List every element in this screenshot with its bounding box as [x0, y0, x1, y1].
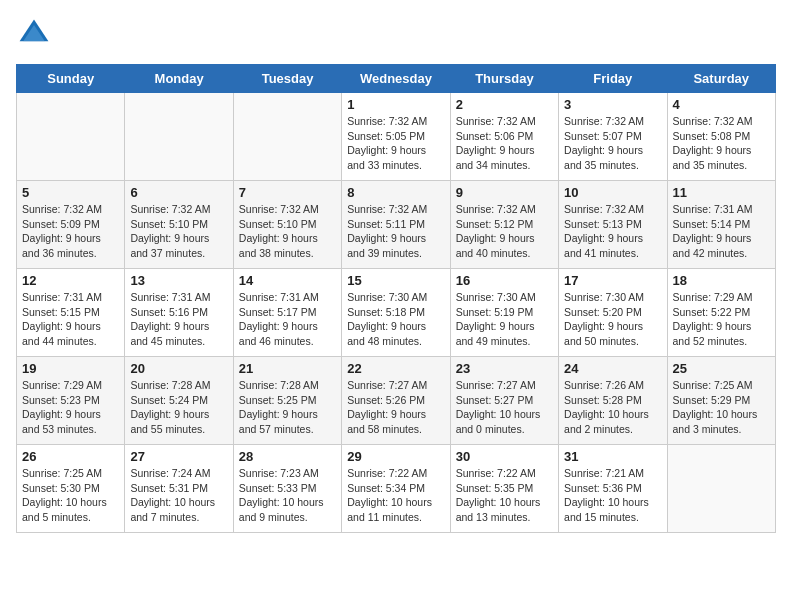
- weekday-header: Wednesday: [342, 65, 450, 93]
- calendar-cell: 25Sunrise: 7:25 AM Sunset: 5:29 PM Dayli…: [667, 357, 775, 445]
- day-number: 29: [347, 449, 444, 464]
- calendar-cell: 24Sunrise: 7:26 AM Sunset: 5:28 PM Dayli…: [559, 357, 667, 445]
- calendar-cell: 2Sunrise: 7:32 AM Sunset: 5:06 PM Daylig…: [450, 93, 558, 181]
- calendar-cell: [125, 93, 233, 181]
- logo: [16, 16, 56, 52]
- day-number: 5: [22, 185, 119, 200]
- day-info: Sunrise: 7:32 AM Sunset: 5:11 PM Dayligh…: [347, 202, 444, 261]
- day-info: Sunrise: 7:32 AM Sunset: 5:10 PM Dayligh…: [130, 202, 227, 261]
- day-info: Sunrise: 7:32 AM Sunset: 5:06 PM Dayligh…: [456, 114, 553, 173]
- day-number: 16: [456, 273, 553, 288]
- calendar-cell: 28Sunrise: 7:23 AM Sunset: 5:33 PM Dayli…: [233, 445, 341, 533]
- calendar-cell: 9Sunrise: 7:32 AM Sunset: 5:12 PM Daylig…: [450, 181, 558, 269]
- calendar-cell: 13Sunrise: 7:31 AM Sunset: 5:16 PM Dayli…: [125, 269, 233, 357]
- day-number: 23: [456, 361, 553, 376]
- day-info: Sunrise: 7:32 AM Sunset: 5:07 PM Dayligh…: [564, 114, 661, 173]
- day-number: 10: [564, 185, 661, 200]
- day-number: 15: [347, 273, 444, 288]
- calendar-cell: 27Sunrise: 7:24 AM Sunset: 5:31 PM Dayli…: [125, 445, 233, 533]
- calendar-cell: 16Sunrise: 7:30 AM Sunset: 5:19 PM Dayli…: [450, 269, 558, 357]
- calendar-cell: 21Sunrise: 7:28 AM Sunset: 5:25 PM Dayli…: [233, 357, 341, 445]
- calendar-cell: [233, 93, 341, 181]
- day-info: Sunrise: 7:28 AM Sunset: 5:25 PM Dayligh…: [239, 378, 336, 437]
- calendar-cell: [17, 93, 125, 181]
- calendar-cell: 23Sunrise: 7:27 AM Sunset: 5:27 PM Dayli…: [450, 357, 558, 445]
- day-number: 6: [130, 185, 227, 200]
- day-info: Sunrise: 7:27 AM Sunset: 5:27 PM Dayligh…: [456, 378, 553, 437]
- day-number: 21: [239, 361, 336, 376]
- day-info: Sunrise: 7:32 AM Sunset: 5:10 PM Dayligh…: [239, 202, 336, 261]
- day-info: Sunrise: 7:24 AM Sunset: 5:31 PM Dayligh…: [130, 466, 227, 525]
- day-number: 18: [673, 273, 770, 288]
- day-info: Sunrise: 7:31 AM Sunset: 5:17 PM Dayligh…: [239, 290, 336, 349]
- day-info: Sunrise: 7:29 AM Sunset: 5:23 PM Dayligh…: [22, 378, 119, 437]
- weekday-header: Sunday: [17, 65, 125, 93]
- day-info: Sunrise: 7:31 AM Sunset: 5:15 PM Dayligh…: [22, 290, 119, 349]
- day-number: 11: [673, 185, 770, 200]
- calendar-cell: 11Sunrise: 7:31 AM Sunset: 5:14 PM Dayli…: [667, 181, 775, 269]
- day-number: 30: [456, 449, 553, 464]
- day-info: Sunrise: 7:30 AM Sunset: 5:18 PM Dayligh…: [347, 290, 444, 349]
- day-number: 25: [673, 361, 770, 376]
- day-number: 8: [347, 185, 444, 200]
- page-header: [16, 16, 776, 52]
- calendar-cell: 5Sunrise: 7:32 AM Sunset: 5:09 PM Daylig…: [17, 181, 125, 269]
- logo-icon: [16, 16, 52, 52]
- day-number: 27: [130, 449, 227, 464]
- day-info: Sunrise: 7:32 AM Sunset: 5:12 PM Dayligh…: [456, 202, 553, 261]
- calendar-cell: 6Sunrise: 7:32 AM Sunset: 5:10 PM Daylig…: [125, 181, 233, 269]
- day-number: 12: [22, 273, 119, 288]
- day-number: 1: [347, 97, 444, 112]
- day-info: Sunrise: 7:22 AM Sunset: 5:35 PM Dayligh…: [456, 466, 553, 525]
- calendar-cell: 8Sunrise: 7:32 AM Sunset: 5:11 PM Daylig…: [342, 181, 450, 269]
- calendar-cell: 12Sunrise: 7:31 AM Sunset: 5:15 PM Dayli…: [17, 269, 125, 357]
- weekday-header: Tuesday: [233, 65, 341, 93]
- day-number: 17: [564, 273, 661, 288]
- day-info: Sunrise: 7:27 AM Sunset: 5:26 PM Dayligh…: [347, 378, 444, 437]
- day-number: 20: [130, 361, 227, 376]
- day-number: 26: [22, 449, 119, 464]
- calendar-cell: 22Sunrise: 7:27 AM Sunset: 5:26 PM Dayli…: [342, 357, 450, 445]
- calendar-cell: 3Sunrise: 7:32 AM Sunset: 5:07 PM Daylig…: [559, 93, 667, 181]
- calendar-cell: 29Sunrise: 7:22 AM Sunset: 5:34 PM Dayli…: [342, 445, 450, 533]
- day-info: Sunrise: 7:30 AM Sunset: 5:19 PM Dayligh…: [456, 290, 553, 349]
- day-number: 13: [130, 273, 227, 288]
- day-info: Sunrise: 7:32 AM Sunset: 5:05 PM Dayligh…: [347, 114, 444, 173]
- day-info: Sunrise: 7:30 AM Sunset: 5:20 PM Dayligh…: [564, 290, 661, 349]
- day-info: Sunrise: 7:26 AM Sunset: 5:28 PM Dayligh…: [564, 378, 661, 437]
- calendar-cell: 17Sunrise: 7:30 AM Sunset: 5:20 PM Dayli…: [559, 269, 667, 357]
- day-info: Sunrise: 7:32 AM Sunset: 5:09 PM Dayligh…: [22, 202, 119, 261]
- day-number: 3: [564, 97, 661, 112]
- day-number: 7: [239, 185, 336, 200]
- calendar-cell: 31Sunrise: 7:21 AM Sunset: 5:36 PM Dayli…: [559, 445, 667, 533]
- calendar-cell: 1Sunrise: 7:32 AM Sunset: 5:05 PM Daylig…: [342, 93, 450, 181]
- day-number: 2: [456, 97, 553, 112]
- calendar-cell: 15Sunrise: 7:30 AM Sunset: 5:18 PM Dayli…: [342, 269, 450, 357]
- calendar-cell: 30Sunrise: 7:22 AM Sunset: 5:35 PM Dayli…: [450, 445, 558, 533]
- calendar-table: SundayMondayTuesdayWednesdayThursdayFrid…: [16, 64, 776, 533]
- day-number: 31: [564, 449, 661, 464]
- calendar-cell: 7Sunrise: 7:32 AM Sunset: 5:10 PM Daylig…: [233, 181, 341, 269]
- weekday-header: Friday: [559, 65, 667, 93]
- day-info: Sunrise: 7:28 AM Sunset: 5:24 PM Dayligh…: [130, 378, 227, 437]
- day-info: Sunrise: 7:21 AM Sunset: 5:36 PM Dayligh…: [564, 466, 661, 525]
- day-info: Sunrise: 7:25 AM Sunset: 5:29 PM Dayligh…: [673, 378, 770, 437]
- calendar-cell: 4Sunrise: 7:32 AM Sunset: 5:08 PM Daylig…: [667, 93, 775, 181]
- day-number: 4: [673, 97, 770, 112]
- day-info: Sunrise: 7:25 AM Sunset: 5:30 PM Dayligh…: [22, 466, 119, 525]
- day-info: Sunrise: 7:31 AM Sunset: 5:14 PM Dayligh…: [673, 202, 770, 261]
- calendar-cell: 14Sunrise: 7:31 AM Sunset: 5:17 PM Dayli…: [233, 269, 341, 357]
- weekday-header: Thursday: [450, 65, 558, 93]
- calendar-header: SundayMondayTuesdayWednesdayThursdayFrid…: [17, 65, 776, 93]
- day-number: 9: [456, 185, 553, 200]
- weekday-header: Monday: [125, 65, 233, 93]
- day-number: 14: [239, 273, 336, 288]
- calendar-cell: [667, 445, 775, 533]
- day-info: Sunrise: 7:31 AM Sunset: 5:16 PM Dayligh…: [130, 290, 227, 349]
- day-info: Sunrise: 7:23 AM Sunset: 5:33 PM Dayligh…: [239, 466, 336, 525]
- day-info: Sunrise: 7:22 AM Sunset: 5:34 PM Dayligh…: [347, 466, 444, 525]
- calendar-cell: 20Sunrise: 7:28 AM Sunset: 5:24 PM Dayli…: [125, 357, 233, 445]
- day-number: 28: [239, 449, 336, 464]
- calendar-cell: 26Sunrise: 7:25 AM Sunset: 5:30 PM Dayli…: [17, 445, 125, 533]
- calendar-cell: 10Sunrise: 7:32 AM Sunset: 5:13 PM Dayli…: [559, 181, 667, 269]
